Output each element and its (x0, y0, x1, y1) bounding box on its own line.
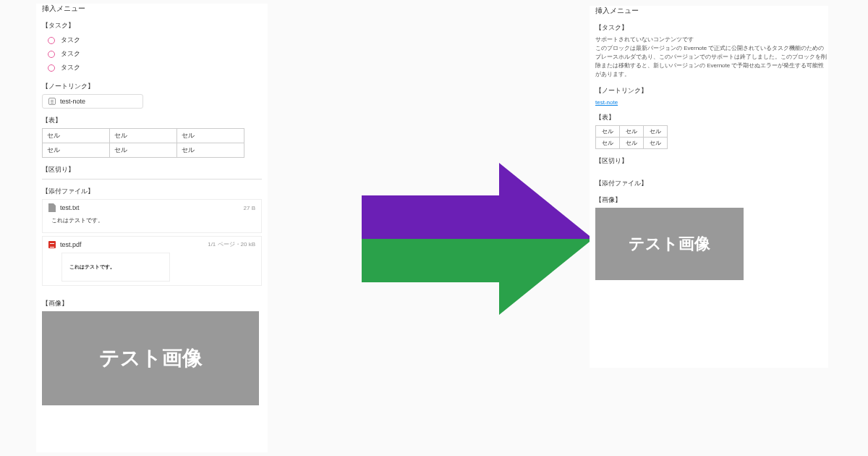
cell[interactable]: セル (620, 138, 644, 149)
unsupported-title: サポートされていないコンテンツです (590, 35, 828, 44)
table-label: 【表】 (36, 116, 268, 125)
image-label: 【画像】 (36, 299, 268, 308)
task-item[interactable]: タスク (36, 61, 268, 75)
svg-marker-0 (362, 163, 593, 239)
notelink-label: 【ノートリンク】 (36, 82, 268, 91)
right-panel: 挿入メニュー 【タスク】 サポートされていないコンテンツです このブロックは最新… (590, 6, 828, 368)
table-row: セルセルセル (43, 129, 244, 143)
attachment-pdf[interactable]: test.pdf 1/1 ページ・20 kB これはテストです。 (42, 236, 262, 286)
right-title: 挿入メニュー (590, 6, 828, 16)
task-text: タスク (61, 63, 80, 72)
test-image: テスト画像 (42, 311, 259, 405)
note-icon (48, 98, 56, 105)
table-row: セルセルセル (596, 126, 668, 138)
cell[interactable]: セル (644, 138, 668, 149)
cell[interactable]: セル (43, 129, 110, 143)
attach-label-r: 【添付ファイル】 (590, 179, 828, 188)
cell[interactable]: セル (596, 126, 620, 138)
task-label-r: 【タスク】 (590, 23, 828, 33)
file-meta: 1/1 ページ・20 kB (208, 240, 255, 248)
file-name: test.pdf (60, 241, 82, 248)
divider-label: 【区切り】 (36, 165, 268, 174)
cell[interactable]: セル (110, 129, 177, 143)
image-label-r: 【画像】 (590, 195, 828, 205)
cell[interactable]: セル (620, 126, 644, 138)
test-image-r: テスト画像 (595, 208, 744, 280)
task-item[interactable]: タスク (36, 47, 268, 61)
cell[interactable]: セル (43, 143, 110, 158)
divider-label-r: 【区切り】 (590, 156, 828, 166)
table-label-r: 【表】 (590, 113, 828, 122)
cell[interactable]: セル (177, 129, 244, 143)
left-title: 挿入メニュー (36, 4, 268, 14)
table-r: セルセルセル セルセルセル (595, 125, 668, 149)
arrow-icon (362, 163, 593, 315)
cell[interactable]: セル (110, 143, 177, 158)
attachment-txt[interactable]: test.txt 27 B これはテストです。 (42, 199, 262, 233)
left-panel: 挿入メニュー 【タスク】 タスク タスク タスク 【ノートリンク】 test-n… (36, 4, 268, 452)
svg-marker-1 (362, 239, 593, 315)
table-row: セルセルセル (596, 138, 668, 149)
cell[interactable]: セル (644, 126, 668, 138)
file-size: 27 B (244, 205, 255, 211)
pdf-preview: これはテストです。 (61, 253, 170, 282)
cell[interactable]: セル (596, 138, 620, 149)
task-text: タスク (61, 35, 80, 45)
note-link[interactable]: test-note (42, 94, 143, 109)
task-item[interactable]: タスク (36, 33, 268, 47)
radio-icon (48, 64, 55, 72)
notelink-label-r: 【ノートリンク】 (590, 86, 828, 96)
note-link-text: test-note (60, 98, 85, 105)
pdf-icon (48, 241, 56, 248)
table: セルセルセル セルセルセル (42, 128, 244, 158)
radio-icon (48, 51, 55, 58)
table-row: セルセルセル (43, 143, 244, 158)
task-text: タスク (61, 49, 80, 59)
cell[interactable]: セル (177, 143, 244, 158)
file-preview: これはテストです。 (48, 212, 255, 229)
unsupported-body: このブロックは最新バージョンの Evernote で正式に公開されているタスク機… (590, 44, 828, 79)
divider (42, 179, 262, 180)
file-name: test.txt (60, 204, 80, 211)
note-link-r[interactable]: test-note (590, 99, 618, 106)
file-icon (48, 203, 56, 212)
attach-label: 【添付ファイル】 (36, 187, 268, 196)
task-label: 【タスク】 (36, 21, 268, 30)
radio-icon (48, 37, 55, 44)
